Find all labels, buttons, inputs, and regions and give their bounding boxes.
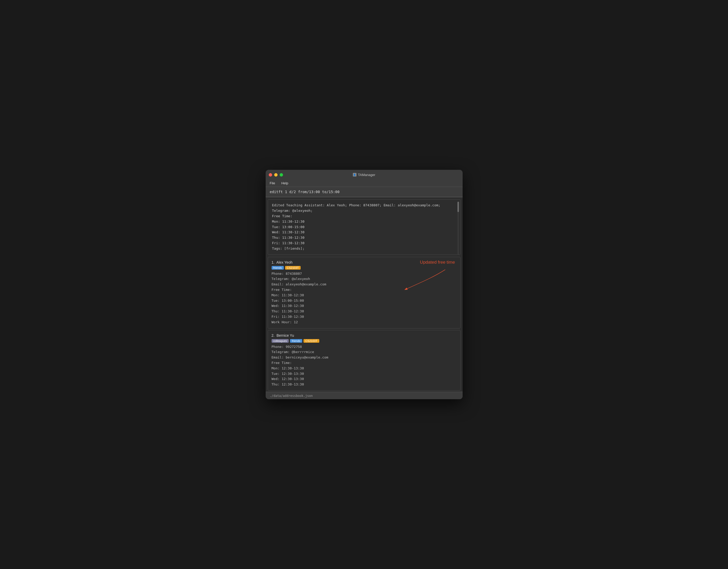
output-area: Edited Teaching Assistant: Alex Yeoh; Ph… — [268, 199, 461, 255]
ta-1-schedule-4: Fri: 11:30-12:30 — [272, 314, 457, 320]
title-label: TAManager — [358, 173, 375, 177]
ta-2-tags: colleagues friends CS2103T — [272, 339, 457, 343]
output-line-1: Free Time: — [272, 214, 456, 219]
output-line-5: Thu: 11:30-12:30 — [272, 235, 456, 241]
ta-1-phone: Phone: 87438807 — [272, 271, 457, 277]
menu-file[interactable]: File — [269, 181, 276, 186]
ta-2-schedule-3: Thu: 12:30-13:30 — [272, 382, 457, 387]
tag-cs2103t-1: CS2103T — [285, 266, 301, 270]
tag-cs2103t-2: CS2103T — [303, 339, 319, 343]
ta-1-fullname: Alex Yeoh — [276, 260, 292, 264]
output-line-6: Fri: 11:30-12:30 — [272, 241, 456, 246]
ta-2-name: 2. Bernice Yu — [272, 333, 457, 338]
ta-1-name: 1. Alex Yeoh — [272, 260, 457, 264]
menu-bar: File Help — [266, 180, 463, 187]
ta-2-fullname: Bernice Yu — [277, 333, 294, 338]
ta-2-schedule-2: Wed: 12:30-13:30 — [272, 376, 457, 382]
tag-friends-1: friends — [272, 266, 284, 270]
ta-2-schedule-1: Tue: 12:30-13:30 — [272, 371, 457, 377]
ta-1-tags: friends CS2103T — [272, 266, 457, 270]
ta-2-number: 2. — [272, 333, 275, 338]
ta-1-number: 1. — [272, 260, 275, 264]
output-line-3: Tue: 13:00-15:00 — [272, 224, 456, 230]
ta-1-schedule-0: Mon: 11:30-12:30 — [272, 293, 457, 298]
ta-1-workhour: Work Hour: 12 — [272, 320, 457, 325]
ta-1-email: Email: alexyeoh@example.com — [272, 282, 457, 287]
minimize-button[interactable] — [274, 173, 278, 177]
ta-1-freetime-label: Free Time: — [272, 287, 457, 293]
ta-2-telegram: Telegram: @berrrrmice — [272, 349, 457, 355]
ta-list-area: 1. Alex Yeoh friends CS2103T Phone: 8743… — [266, 257, 463, 392]
ta-2-phone: Phone: 99272758 — [272, 344, 457, 350]
window-title: 👤 TAManager — [353, 173, 375, 177]
divider — [266, 197, 463, 197]
tag-friends-2: friends — [290, 339, 302, 343]
app-window: 👤 TAManager File Help editft 1 d/2 from/… — [266, 170, 463, 399]
output-line-2: Mon: 11:30-12:30 — [272, 219, 456, 224]
ta-1-telegram: Telegram: @alexyeoh — [272, 276, 457, 282]
command-bar[interactable]: editft 1 d/2 from/13:00 to/15:00 — [266, 187, 463, 197]
output-scrollbar[interactable] — [457, 201, 459, 253]
traffic-lights — [269, 173, 283, 177]
ta-2-schedule-0: Mon: 12:30-13:30 — [272, 366, 457, 371]
output-line-7: Tags: [friends]; — [272, 246, 456, 251]
menu-help[interactable]: Help — [280, 181, 289, 186]
command-input[interactable]: editft 1 d/2 from/13:00 to/15:00 — [270, 190, 340, 194]
scrollbar-thumb[interactable] — [457, 202, 459, 212]
ta-1-schedule-1: Tue: 13:00-15:00 — [272, 298, 457, 304]
close-button[interactable] — [269, 173, 272, 177]
scrollbar-track — [457, 202, 459, 254]
ta-2-details: Phone: 99272758 Telegram: @berrrrmice Em… — [272, 344, 457, 387]
title-bar: 👤 TAManager — [266, 170, 463, 180]
app-icon: 👤 — [353, 173, 356, 177]
ta-card-2: 2. Bernice Yu colleagues friends CS2103T… — [268, 330, 461, 391]
output-line-4: Wed: 11:30-12:30 — [272, 230, 456, 235]
status-bar: ./data/addressbook.json — [266, 392, 463, 399]
output-text: Edited Teaching Assistant: Alex Yeoh; Ph… — [272, 203, 456, 251]
ta-1-schedule-2: Wed: 11:30-12:30 — [272, 303, 457, 309]
ta-1-details: Phone: 87438807 Telegram: @alexyeoh Emai… — [272, 271, 457, 325]
status-text: ./data/addressbook.json — [270, 394, 313, 398]
ta-2-freetime-label: Free Time: — [272, 360, 457, 366]
tag-colleagues-2: colleagues — [272, 339, 289, 343]
ta-2-email: Email: berniceyu@example.com — [272, 355, 457, 360]
maximize-button[interactable] — [280, 173, 283, 177]
ta-1-schedule-3: Thu: 11:30-12:30 — [272, 309, 457, 314]
output-line-0: Edited Teaching Assistant: Alex Yeoh; Ph… — [272, 203, 456, 214]
ta-card-1: 1. Alex Yeoh friends CS2103T Phone: 8743… — [268, 257, 461, 328]
